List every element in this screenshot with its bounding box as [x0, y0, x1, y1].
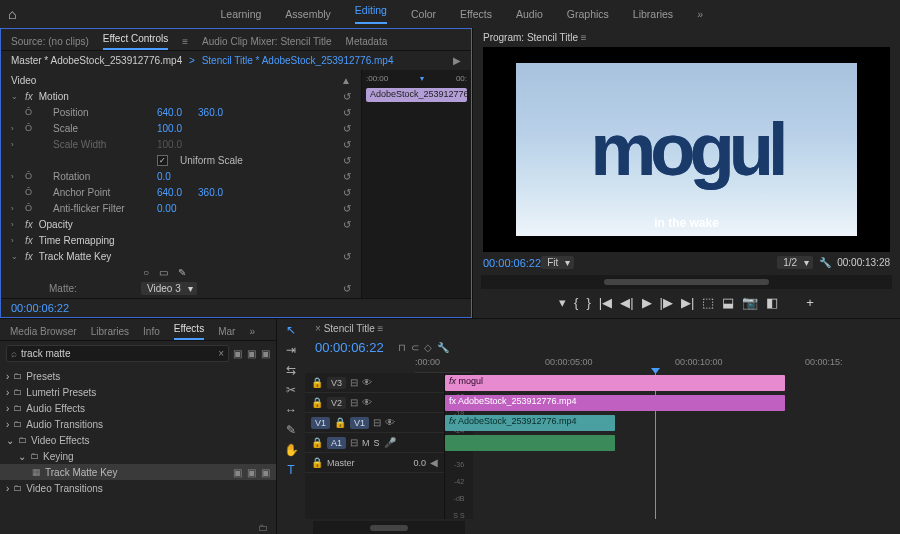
new-bin-icon[interactable]: 🗀	[258, 522, 268, 533]
sequence-clip-label[interactable]: Stencil Title * AdobeStock_253912776.mp4	[202, 55, 394, 66]
matte-dropdown[interactable]: Video 3	[141, 282, 197, 295]
clip-v1[interactable]: fx AdobeStock_253912776.mp4	[445, 415, 615, 431]
opacity-group[interactable]: Opacity	[39, 219, 149, 230]
settings-icon[interactable]: 🔧	[437, 342, 449, 353]
tab-libraries[interactable]: Libraries	[633, 8, 673, 20]
search-icon: ⌕	[11, 348, 17, 359]
fit-dropdown[interactable]: Fit	[541, 256, 574, 269]
step-back-icon[interactable]: ◀|	[620, 295, 633, 310]
project-panel: Media Browser Libraries Info Effects Mar…	[0, 319, 276, 534]
markers-tab[interactable]: Mar	[218, 326, 235, 337]
uniform-scale-checkbox[interactable]	[157, 155, 168, 166]
extract-icon[interactable]: ⬓	[722, 295, 734, 310]
timeline-ruler[interactable]: :00:00 00:00:05:00 00:00:10:00 00:00:15:	[415, 357, 473, 373]
rect-mask-icon[interactable]: ▭	[159, 267, 168, 278]
ec-timecode[interactable]: 00:00:06:22	[11, 302, 69, 314]
video-transitions-folder[interactable]: ›🗀Video Transitions	[0, 480, 276, 496]
video-effects-folder[interactable]: ⌄🗀Video Effects	[0, 432, 276, 448]
snap-icon[interactable]: ⊓	[398, 342, 406, 353]
audio-transitions-folder[interactable]: ›🗀Audio Transitions	[0, 416, 276, 432]
tab-color[interactable]: Color	[411, 8, 436, 20]
effect-controls-tab[interactable]: Effect Controls	[103, 33, 168, 50]
pen-mask-icon[interactable]: ✎	[178, 267, 186, 278]
preview-subtitle: in the wake	[654, 216, 719, 230]
razor-tool-icon[interactable]: ✂	[286, 383, 296, 397]
wrench-icon[interactable]: 🔧	[819, 257, 831, 268]
zoom-dropdown[interactable]: 1/2	[777, 256, 813, 269]
tab-effects[interactable]: Effects	[460, 8, 492, 20]
mark-out-icon[interactable]: }	[586, 295, 590, 310]
tab-audio[interactable]: Audio	[516, 8, 543, 20]
track-select-tool-icon[interactable]: ⇥	[286, 343, 296, 357]
ec-clip-bar[interactable]: AdobeStock_253912776.mp4	[366, 88, 467, 102]
tab-editing[interactable]: Editing	[355, 4, 387, 24]
libraries-tab[interactable]: Libraries	[91, 326, 129, 337]
tab-graphics[interactable]: Graphics	[567, 8, 609, 20]
composite-dropdown[interactable]: Matte Alpha	[157, 298, 232, 299]
effect-controls-panel: Source: (no clips) Effect Controls ≡ Aud…	[0, 28, 472, 318]
keying-folder[interactable]: ⌄🗀Keying	[0, 448, 276, 464]
slip-tool-icon[interactable]: ↔	[285, 403, 297, 417]
info-tab[interactable]: Info	[143, 326, 160, 337]
type-tool-icon[interactable]: T	[287, 463, 294, 477]
track-a1-header[interactable]: 🔒A1⊟MS🎤	[305, 433, 444, 453]
track-matte-group[interactable]: Track Matte Key	[39, 251, 149, 262]
effect-controls-timeline[interactable]: :00:00▾00: AdobeStock_253912776.mp4	[361, 70, 471, 298]
track-matte-key-effect[interactable]: ▦Track Matte Key▣▣▣	[0, 464, 276, 480]
pen-tool-icon[interactable]: ✎	[286, 423, 296, 437]
overflow-icon[interactable]: »	[697, 8, 703, 20]
ellipse-mask-icon[interactable]: ○	[143, 267, 149, 278]
play-icon[interactable]: ▶	[642, 295, 652, 310]
track-v1-header[interactable]: V1🔒V1⊟👁	[305, 413, 444, 433]
preview-title-text: mogul	[591, 107, 783, 192]
marker-icon[interactable]: ◇	[424, 342, 432, 353]
track-v2-header[interactable]: 🔒V2⊟👁	[305, 393, 444, 413]
clear-icon[interactable]: ×	[218, 348, 224, 359]
sequence-name[interactable]: Stencil Title	[324, 323, 375, 334]
metadata-tab[interactable]: Metadata	[346, 36, 388, 47]
timeline-timecode[interactable]: 00:00:06:22	[315, 340, 384, 355]
track-v3-header[interactable]: 🔒V3⊟👁	[305, 373, 444, 393]
go-in-icon[interactable]: |◀	[599, 295, 612, 310]
video-header: Video	[11, 75, 121, 86]
export-frame-icon[interactable]: 📷	[742, 295, 758, 310]
audio-effects-folder[interactable]: ›🗀Audio Effects	[0, 400, 276, 416]
effects-search-input[interactable]: ⌕track matte×	[6, 345, 229, 362]
ripple-tool-icon[interactable]: ⇆	[286, 363, 296, 377]
mark-in-icon[interactable]: {	[574, 295, 578, 310]
add-button-icon[interactable]: +	[806, 295, 814, 310]
lumetri-folder[interactable]: ›🗀Lumetri Presets	[0, 384, 276, 400]
antiflicker-prop: Anti-flicker Filter	[41, 203, 151, 214]
source-tab[interactable]: Source: (no clips)	[11, 36, 89, 47]
program-right-timecode: 00:00:13:28	[837, 257, 890, 268]
fx-badge-icon[interactable]: ▣	[233, 348, 242, 359]
stopwatch-icon[interactable]: Ô	[25, 107, 35, 117]
motion-group[interactable]: Motion	[39, 91, 149, 102]
program-scrubber[interactable]	[481, 275, 892, 289]
program-left-timecode[interactable]: 00:00:06:22	[483, 257, 541, 269]
presets-folder[interactable]: ›🗀Presets	[0, 368, 276, 384]
audio-mixer-tab[interactable]: Audio Clip Mixer: Stencil Title	[202, 36, 332, 47]
reset-icon[interactable]: ↺	[343, 91, 351, 102]
program-monitor[interactable]: mogul in the wake	[483, 47, 890, 252]
effects-tab[interactable]: Effects	[174, 323, 204, 340]
clip-v3[interactable]: fx mogul	[445, 375, 785, 391]
go-out-icon[interactable]: ▶|	[681, 295, 694, 310]
media-browser-tab[interactable]: Media Browser	[10, 326, 77, 337]
clip-link[interactable]: >	[186, 55, 197, 66]
clip-a1[interactable]	[445, 435, 615, 451]
tab-learning[interactable]: Learning	[220, 8, 261, 20]
linked-selection-icon[interactable]: ⊂	[411, 342, 419, 353]
time-remap-group[interactable]: Time Remapping	[39, 235, 149, 246]
add-marker-icon[interactable]: ▾	[559, 295, 566, 310]
tab-assembly[interactable]: Assembly	[285, 8, 331, 20]
hand-tool-icon[interactable]: ✋	[284, 443, 299, 457]
lift-icon[interactable]: ⬚	[702, 295, 714, 310]
clip-v2[interactable]: fx AdobeStock_253912776.mp4	[445, 395, 785, 411]
home-icon[interactable]: ⌂	[8, 6, 16, 22]
selection-tool-icon[interactable]: ↖	[286, 323, 296, 337]
track-master-header[interactable]: 🔒Master0.0◀	[305, 453, 444, 473]
timeline-zoom-bar[interactable]	[313, 521, 465, 534]
comparison-icon[interactable]: ◧	[766, 295, 778, 310]
step-fwd-icon[interactable]: |▶	[660, 295, 673, 310]
